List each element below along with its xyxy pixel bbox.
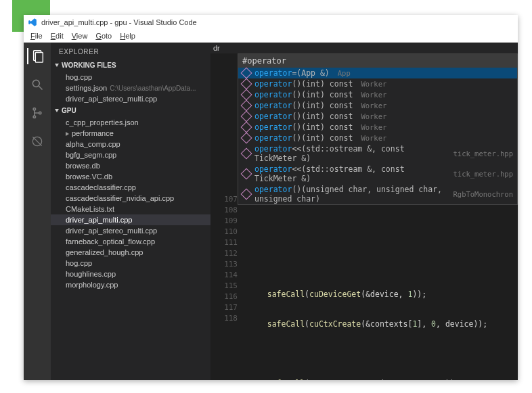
- code-editor[interactable]: dr 107 108 109 110 11: [210, 43, 518, 380]
- symbol-icon: [241, 78, 252, 90]
- working-file-item[interactable]: hog.cpp: [51, 72, 210, 83]
- file-item[interactable]: c_cpp_properties.json: [51, 117, 210, 128]
- file-item[interactable]: driver_api_stereo_multi.cpp: [51, 225, 210, 236]
- file-item[interactable]: browse.db: [51, 160, 210, 171]
- intellisense-row[interactable]: operator()(int) constWorker: [238, 100, 517, 111]
- symbol-icon: [241, 189, 252, 200]
- folder-item[interactable]: performance: [51, 128, 210, 139]
- file-item[interactable]: cascadeclassifier_nvidia_api.cpp: [51, 193, 210, 204]
- intellisense-row[interactable]: operator()(int) constWorker: [238, 89, 517, 100]
- file-item[interactable]: hog.cpp: [51, 258, 210, 269]
- search-icon[interactable]: [29, 76, 45, 93]
- explorer-title: EXPLORER: [51, 43, 210, 60]
- svg-line-3: [39, 87, 43, 90]
- intellisense-row[interactable]: operator<<(std::ostream &, const TickMet…: [238, 143, 517, 164]
- folder-file-list: c_cpp_properties.json performance alpha_…: [51, 116, 210, 291]
- window-title: driver_api_multi.cpp - gpu - Visual Stud…: [41, 18, 197, 26]
- file-item[interactable]: farneback_optical_flow.cpp: [51, 236, 210, 247]
- working-files-header[interactable]: WORKING FILES: [51, 60, 210, 71]
- symbol-icon: [241, 89, 252, 101]
- menubar: File Edit View Goto Help: [24, 30, 518, 43]
- chevron-down-icon: [55, 64, 59, 67]
- file-item[interactable]: houghlines.cpp: [51, 269, 210, 279]
- file-item[interactable]: morphology.cpp: [51, 279, 210, 290]
- menu-edit[interactable]: Edit: [47, 32, 68, 40]
- symbol-icon: [241, 133, 252, 144]
- intellisense-row[interactable]: operator()(int) constWorker: [238, 111, 517, 122]
- svg-point-4: [33, 108, 35, 110]
- file-item[interactable]: cascadeclassifier.cpp: [51, 182, 210, 193]
- activity-bar: [24, 43, 51, 380]
- folder-label: GPU: [62, 107, 76, 114]
- svg-point-5: [33, 116, 35, 118]
- symbol-icon: [241, 111, 252, 122]
- file-item[interactable]: alpha_comp.cpp: [51, 139, 210, 149]
- intellisense-row[interactable]: operator()(unsigned char, unsigned char,…: [238, 184, 517, 204]
- intellisense-filter[interactable]: #operator: [238, 54, 517, 68]
- file-item[interactable]: CMakeLists.txt: [51, 204, 210, 214]
- file-item-selected[interactable]: driver_api_multi.cpp: [51, 214, 210, 225]
- file-item[interactable]: generalized_hough.cpp: [51, 247, 210, 258]
- symbol-icon: [241, 148, 252, 160]
- working-files-list: hog.cpp settings.jsonC:\Users\aasthan\Ap…: [51, 71, 210, 105]
- intellisense-row[interactable]: operator<<(std::ostream &, const TickMet…: [238, 164, 517, 184]
- vscode-icon: [28, 18, 37, 27]
- svg-point-2: [32, 80, 39, 87]
- file-item[interactable]: browse.VC.db: [51, 171, 210, 182]
- vscode-window: driver_api_multi.cpp - gpu - Visual Stud…: [24, 15, 518, 380]
- explorer-sidebar: EXPLORER WORKING FILES hog.cpp settings.…: [51, 43, 210, 380]
- menu-goto[interactable]: Goto: [91, 32, 116, 40]
- editor-tabstrip[interactable]: dr: [210, 43, 518, 53]
- intellisense-row[interactable]: operator()(int) constWorker: [238, 133, 517, 143]
- intellisense-row[interactable]: operator=(App &)App: [238, 68, 517, 78]
- menu-help[interactable]: Help: [116, 32, 139, 40]
- debug-icon[interactable]: [29, 133, 45, 149]
- window-titlebar[interactable]: driver_api_multi.cpp - gpu - Visual Stud…: [24, 15, 518, 30]
- file-item[interactable]: bgfg_segm.cpp: [51, 149, 210, 160]
- intellisense-popup: #operator operator=(App &)Appoperator()(…: [238, 53, 518, 205]
- symbol-icon: [241, 100, 252, 112]
- tab-label: dr: [213, 44, 220, 52]
- symbol-icon: [241, 168, 252, 180]
- intellisense-row[interactable]: operator()(int) constWorker: [238, 78, 517, 89]
- chevron-down-icon: [55, 109, 59, 112]
- working-files-label: WORKING FILES: [62, 62, 116, 69]
- folder-header[interactable]: GPU: [51, 105, 210, 116]
- symbol-icon: [241, 68, 252, 79]
- svg-point-6: [39, 112, 41, 114]
- chevron-right-icon: [66, 132, 69, 136]
- svg-rect-1: [35, 53, 43, 63]
- symbol-icon: [241, 122, 252, 133]
- working-file-item[interactable]: settings.jsonC:\Users\aasthan\AppData...: [51, 83, 210, 93]
- intellisense-row[interactable]: operator()(int) constWorker: [238, 122, 517, 133]
- menu-file[interactable]: File: [26, 32, 47, 40]
- menu-view[interactable]: View: [68, 32, 92, 40]
- explorer-icon[interactable]: [27, 48, 46, 64]
- working-file-item[interactable]: driver_api_stereo_multi.cpp: [51, 93, 210, 104]
- git-icon[interactable]: [29, 105, 45, 121]
